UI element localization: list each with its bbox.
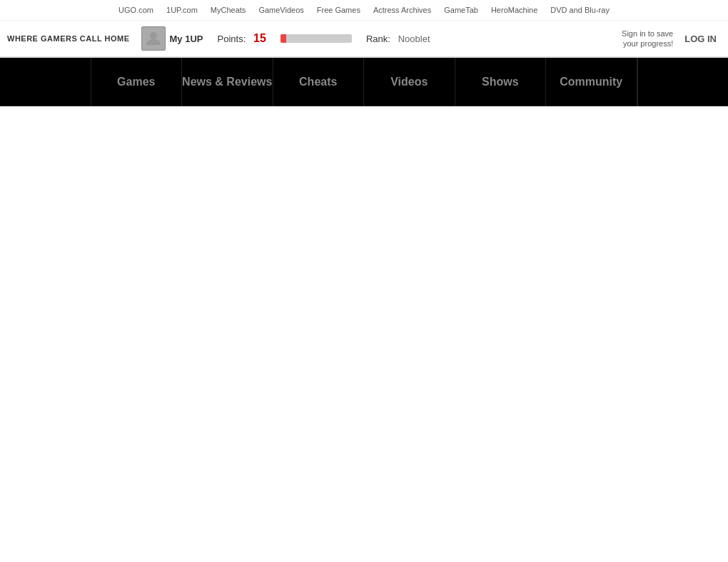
- points-label: Points:: [218, 34, 246, 44]
- nav-item-games[interactable]: Games: [91, 58, 183, 106]
- progress-bar-fill: [280, 34, 286, 43]
- mycheats-link[interactable]: MyCheats: [211, 6, 246, 14]
- avatar: [141, 26, 166, 51]
- rank-value: Nooblet: [398, 34, 430, 44]
- gamevideos-link[interactable]: GameVideos: [258, 6, 303, 14]
- log-in-button[interactable]: LOG IN: [680, 34, 721, 44]
- nav-item-right-dark-1[interactable]: [637, 58, 729, 106]
- nav-item-left-dark-1[interactable]: [0, 58, 91, 106]
- nav-item-shows[interactable]: Shows: [455, 58, 547, 106]
- 1up-link[interactable]: 1UP.com: [166, 6, 198, 14]
- nav-item-videos[interactable]: Videos: [364, 58, 455, 106]
- header-bar: WHERE GAMERS CALL HOME My 1UP Points: 15…: [0, 21, 728, 58]
- avatar-area[interactable]: My 1UP: [141, 26, 203, 51]
- nav-item-news-reviews[interactable]: News & Reviews: [182, 58, 273, 106]
- sign-in-area[interactable]: Sign in to save your progress!: [622, 29, 673, 49]
- dvd-bluray-link[interactable]: DVD and Blu-ray: [550, 6, 610, 14]
- sign-in-line2: your progress!: [622, 39, 673, 48]
- gametab-link[interactable]: GameTab: [444, 6, 478, 14]
- actress-archives-link[interactable]: Actress Archives: [373, 6, 431, 14]
- points-area: Points: 15: [218, 32, 266, 45]
- main-nav: Games News & Reviews Cheats Videos Shows…: [0, 58, 728, 106]
- heromachine-link[interactable]: HeroMachine: [491, 6, 537, 14]
- points-value: 15: [253, 32, 266, 44]
- partner-bar: UGO.com1UP.comMyCheatsGameVideosFree Gam…: [0, 0, 728, 21]
- rank-label: Rank:: [366, 34, 390, 44]
- svg-point-0: [150, 32, 157, 39]
- my-1up-label[interactable]: My 1UP: [170, 34, 203, 44]
- ugo-link[interactable]: UGO.com: [118, 6, 153, 14]
- nav-item-cheats[interactable]: Cheats: [273, 58, 365, 106]
- freegames-link[interactable]: Free Games: [317, 6, 360, 14]
- site-title: WHERE GAMERS CALL HOME: [7, 34, 130, 43]
- nav-item-community[interactable]: Community: [546, 58, 637, 106]
- progress-bar-track: [280, 34, 352, 43]
- content-area: [0, 106, 728, 534]
- rank-area: Rank: Nooblet: [366, 34, 430, 44]
- sign-in-line1: Sign in to save: [622, 29, 673, 39]
